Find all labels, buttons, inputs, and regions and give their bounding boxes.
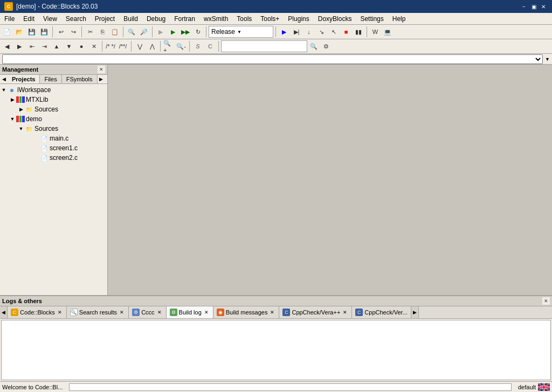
new-button[interactable]: 📄 — [1, 26, 13, 38]
cccc-tab-close[interactable]: ✕ — [156, 309, 163, 316]
search-results-tab-label: Search results — [79, 309, 117, 316]
location-dropdown[interactable] — [2, 54, 543, 64]
search-input[interactable] — [221, 40, 307, 52]
menu-settings[interactable]: Settings — [356, 13, 388, 25]
workspace-icon: ● — [8, 86, 16, 94]
bookmark-next-button[interactable]: ▼ — [63, 40, 75, 52]
redo-button[interactable]: ↪ — [67, 26, 79, 38]
tree-workspace[interactable]: ▼ ● iWorkspace — [1, 85, 106, 95]
fold-all-button[interactable]: ⋁ — [134, 40, 146, 52]
jump-fwd-button[interactable]: ⇥ — [38, 40, 50, 52]
paste-button[interactable]: 📋 — [109, 26, 121, 38]
debug-start-button[interactable]: ▶ — [278, 26, 290, 38]
watches-button[interactable]: W — [369, 26, 381, 38]
cppcheck1-tab-close[interactable]: ✕ — [342, 309, 348, 316]
tab-build-log[interactable]: ⚙ Build log ✕ — [167, 306, 213, 318]
run-button[interactable]: ▶ — [167, 26, 179, 38]
bottom-panel-close-button[interactable]: ✕ — [542, 297, 550, 305]
tree-sources-1[interactable]: ▶ 📁 Sources — [1, 104, 106, 114]
search-results-tab-close[interactable]: ✕ — [119, 309, 125, 316]
search-options-button[interactable]: ⚙ — [320, 40, 332, 52]
symbol-c-button[interactable]: C — [204, 40, 216, 52]
next-button[interactable]: ▶ — [13, 40, 25, 52]
demo-toggle[interactable]: ▼ — [10, 116, 15, 122]
tree-mainc[interactable]: ▶ 📄 main.c — [1, 134, 106, 143]
debug-next-button[interactable]: ↓ — [303, 26, 315, 38]
tab-cppcheck2[interactable]: C CppCheck/Ver... — [352, 306, 411, 318]
uncomment-button[interactable]: /**/ — [117, 40, 129, 52]
mtxlib-toggle[interactable]: ▶ — [10, 97, 15, 102]
build-button[interactable]: ▶ — [155, 26, 167, 38]
tab-files[interactable]: Files — [40, 75, 61, 83]
menu-view[interactable]: View — [39, 13, 61, 25]
prev-button[interactable]: ◀ — [1, 40, 13, 52]
debug-stop-button[interactable]: ■ — [340, 26, 352, 38]
sources1-toggle[interactable]: ▶ — [18, 107, 24, 112]
tab-cccc[interactable]: ⚙ Cccc ✕ — [129, 306, 166, 318]
open-button[interactable]: 📂 — [13, 26, 25, 38]
build-log-tab-close[interactable]: ✕ — [203, 309, 210, 316]
undo-button[interactable]: ↩ — [55, 26, 67, 38]
codeblocks-tab-close[interactable]: ✕ — [57, 309, 63, 316]
minimize-button[interactable]: − — [520, 2, 528, 11]
menu-tools[interactable]: Tools — [232, 13, 256, 25]
tree-sources-2[interactable]: ▼ 📁 Sources — [1, 124, 106, 134]
tab-build-messages[interactable]: ◉ Build messages ✕ — [213, 306, 280, 318]
comment-button[interactable]: /* */ — [105, 40, 116, 52]
menu-search[interactable]: Search — [61, 13, 91, 25]
menu-debug[interactable]: Debug — [142, 13, 170, 25]
tabs-next-button[interactable]: ▶ — [411, 306, 419, 318]
tab-search-results[interactable]: 🔍 Search results ✕ — [67, 306, 129, 318]
menu-project[interactable]: Project — [91, 13, 119, 25]
unfold-button[interactable]: ⋀ — [146, 40, 158, 52]
bookmark-toggle-button[interactable]: ● — [75, 40, 87, 52]
bookmark-prev-button[interactable]: ▲ — [51, 40, 63, 52]
build-run-button[interactable]: ▶▶ — [180, 26, 191, 38]
tab-cppcheck1[interactable]: C CppCheck/Vera++ ✕ — [279, 306, 352, 318]
debug-step-button[interactable]: ↘ — [315, 26, 327, 38]
symbol-s-button[interactable]: S — [192, 40, 204, 52]
restore-button[interactable]: ▣ — [529, 2, 538, 11]
cpu-button[interactable]: 💻 — [382, 26, 394, 38]
mgmt-prev-button[interactable]: ◀ — [0, 75, 8, 83]
tree-demo[interactable]: ▼ demo — [1, 114, 106, 124]
close-button[interactable]: ✕ — [539, 2, 548, 11]
tab-fsymbols[interactable]: FSymbols — [62, 75, 98, 83]
copy-button[interactable]: ⎘ — [96, 26, 108, 38]
menu-file[interactable]: File — [0, 13, 19, 25]
search-go-button[interactable]: 🔍 — [308, 40, 320, 52]
menu-edit[interactable]: Edit — [19, 13, 39, 25]
cut-button[interactable]: ✂ — [84, 26, 96, 38]
menu-help[interactable]: Help — [388, 13, 410, 25]
save-all-button[interactable]: 💾 — [38, 26, 50, 38]
tab-projects[interactable]: Projects — [8, 75, 40, 83]
menu-fortran[interactable]: Fortran — [170, 13, 199, 25]
build-messages-tab-close[interactable]: ✕ — [269, 309, 275, 316]
management-close-button[interactable]: ✕ — [98, 66, 105, 73]
tab-codeblocks[interactable]: C Code::Blocks ✕ — [8, 306, 67, 318]
menu-tools-plus[interactable]: Tools+ — [256, 13, 284, 25]
jump-back-button[interactable]: ⇤ — [26, 40, 38, 52]
debug-run-to-button[interactable]: ▶| — [291, 26, 302, 38]
menu-wxsmith[interactable]: wxSmith — [199, 13, 232, 25]
tabs-prev-button[interactable]: ◀ — [0, 306, 8, 318]
tree-mtxlib[interactable]: ▶ MTXLib — [1, 95, 106, 104]
debug-step-out-button[interactable]: ↖ — [328, 26, 340, 38]
find-button[interactable]: 🔍 — [126, 26, 137, 38]
menu-plugins[interactable]: Plugins — [284, 13, 313, 25]
menu-doxyblocks[interactable]: DoxyBlocks — [314, 13, 356, 25]
tree-screen1c[interactable]: ▶ 📄 screen1.c — [1, 143, 106, 153]
debug-pause-button[interactable]: ▮▮ — [353, 26, 364, 38]
zoom-out-button[interactable]: 🔍- — [175, 40, 187, 52]
sources2-toggle[interactable]: ▼ — [18, 126, 24, 131]
bookmark-clear-button[interactable]: ✕ — [88, 40, 100, 52]
mgmt-next-button[interactable]: ▶ — [98, 75, 105, 83]
rebuild-button[interactable]: ↻ — [192, 26, 204, 38]
zoom-in-button[interactable]: 🔍+ — [163, 40, 175, 52]
save-button[interactable]: 💾 — [26, 26, 38, 38]
find-replace-button[interactable]: 🔎 — [138, 26, 150, 38]
menu-build[interactable]: Build — [119, 13, 142, 25]
build-config-dropdown[interactable]: Release ▼ — [209, 26, 273, 38]
workspace-toggle[interactable]: ▼ — [1, 87, 6, 93]
tree-screen2c[interactable]: ▶ 📄 screen2.c — [1, 153, 106, 163]
